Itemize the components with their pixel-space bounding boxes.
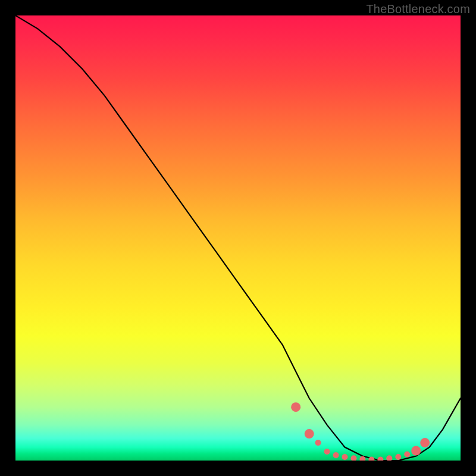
highlight-dots: [291, 402, 430, 461]
highlight-dot: [333, 452, 339, 458]
highlight-dot: [377, 457, 383, 461]
bottleneck-curve: [15, 15, 461, 461]
highlight-dot: [395, 454, 401, 460]
watermark-label: TheBottleneck.com: [366, 2, 470, 16]
curve-group: [15, 15, 461, 461]
highlight-dot: [351, 455, 357, 461]
chart-svg: [15, 15, 461, 461]
highlight-dot: [420, 438, 430, 447]
highlight-dot: [386, 455, 392, 461]
highlight-dot: [324, 449, 330, 455]
highlight-dot: [342, 454, 348, 460]
highlight-dot: [291, 402, 300, 412]
highlight-dot: [305, 429, 314, 439]
chart-frame: TheBottleneck.com: [0, 0, 476, 476]
highlight-dot: [411, 446, 421, 456]
highlight-dot: [315, 440, 321, 446]
highlight-dot: [404, 452, 410, 458]
chart-plot-area: [15, 15, 461, 461]
